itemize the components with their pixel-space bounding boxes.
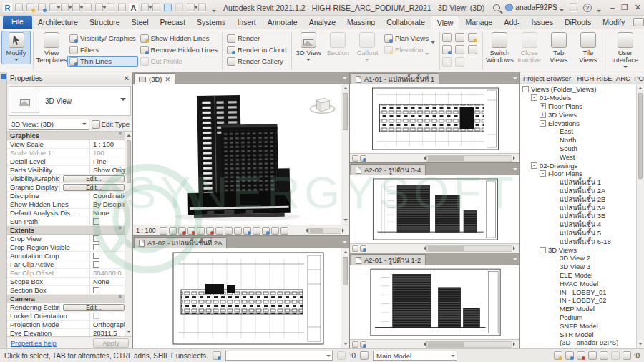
expand-toggle-icon[interactable] <box>551 221 557 228</box>
browser-tree-item[interactable]: + 3D Views <box>520 110 636 119</box>
user-menu-caret-icon[interactable] <box>560 9 564 14</box>
viewports-icon[interactable] <box>442 57 452 67</box>
render-gallery-button[interactable]: Render Gallery <box>225 56 289 67</box>
expand-toggle-icon[interactable] <box>551 280 557 287</box>
expand-toggle-icon[interactable]: - <box>522 86 529 92</box>
ribbon-tab[interactable]: Systems <box>191 16 231 29</box>
property-row[interactable]: Default Analysis Dis... None <box>7 209 125 217</box>
3d-view-button[interactable]: 3D View <box>294 31 323 64</box>
property-value[interactable]: Show Original <box>90 166 125 174</box>
browser-tree-item[interactable]: - 3D Views <box>520 245 636 254</box>
unlocked-view-icon[interactable] <box>253 227 260 235</box>
browser-tree-item[interactable]: East <box>520 127 636 136</box>
user-interface-button[interactable]: User Interface <box>608 31 643 72</box>
expand-toggle-icon[interactable] <box>551 196 557 202</box>
ribbon-tab[interactable]: Architecture <box>32 16 84 29</box>
browser-tree-item[interactable]: แปลนพื้นชั้น 6-18 <box>520 237 636 245</box>
visual-style-icon[interactable] <box>169 227 177 235</box>
open-icon[interactable] <box>26 3 35 12</box>
worksets-icon[interactable] <box>213 351 221 360</box>
signed-in-user[interactable]: anadaF92PS <box>505 4 563 11</box>
remove-hidden-lines-button[interactable]: Remove Hidden Lines <box>138 44 220 55</box>
property-row[interactable]: Show Hidden Lines By Discipline <box>7 200 125 209</box>
ribbon-tab[interactable]: Modify <box>597 16 630 29</box>
ribbon-tab[interactable]: Insert <box>231 16 261 29</box>
expand-toggle-icon[interactable] <box>551 230 557 236</box>
property-row[interactable]: Rendering Settings Edit... <box>7 303 125 312</box>
property-value[interactable] <box>93 261 99 268</box>
property-value[interactable]: None <box>90 278 125 285</box>
property-value[interactable] <box>93 218 99 225</box>
property-row[interactable]: Camera <box>7 295 125 303</box>
property-row[interactable]: Visibility/Graphics O... Edit... <box>7 175 125 183</box>
tile-views-button[interactable]: Tile Views <box>573 31 602 65</box>
switch-windows-qat-icon[interactable] <box>186 3 195 12</box>
print-icon[interactable] <box>83 3 92 12</box>
section-button[interactable]: Section <box>323 31 353 58</box>
browser-tree-item[interactable]: Podium <box>520 313 636 322</box>
ribbon-tab[interactable]: Massing & Site <box>341 16 381 29</box>
sheet-icon[interactable] <box>442 33 452 42</box>
browser-tree-item[interactable]: - Elevations <box>520 119 636 127</box>
property-row[interactable]: Parts Visibility Show Original <box>7 166 125 175</box>
tab-list-icon[interactable] <box>343 77 347 82</box>
property-row[interactable]: Projection Mode Orthographic <box>7 321 125 329</box>
ribbon-tab[interactable]: View <box>431 16 460 29</box>
ribbon-tab[interactable]: Annotate <box>262 16 303 29</box>
property-value[interactable] <box>93 287 99 293</box>
depth-cueing-icon[interactable] <box>206 227 214 235</box>
property-row[interactable]: Crop Region Visible <box>7 243 125 252</box>
browser-tree-item[interactable]: (3D - anadaF92PS) <box>520 338 636 347</box>
revit-logo-icon[interactable]: R <box>3 3 12 12</box>
property-row[interactable]: View Scale 1 : 100 <box>7 140 125 149</box>
property-value[interactable]: Edit... <box>63 184 125 191</box>
close-hidden-icon[interactable] <box>175 3 184 12</box>
properties-help-link[interactable]: Properties help <box>11 339 57 347</box>
show-hidden-lines-button[interactable]: Show Hidden Lines <box>138 33 220 44</box>
property-row[interactable]: Graphics <box>7 132 125 140</box>
expand-toggle-icon[interactable]: - <box>540 247 546 253</box>
expand-toggle-icon[interactable] <box>551 137 557 143</box>
expand-toggle-icon[interactable] <box>551 128 557 134</box>
expand-toggle-icon[interactable] <box>551 314 557 321</box>
property-row[interactable]: Extents <box>7 226 125 235</box>
matchline-icon[interactable] <box>455 45 464 54</box>
drag-elements-icon[interactable] <box>600 351 608 360</box>
property-value[interactable]: Edit... <box>63 304 125 311</box>
property-value[interactable] <box>93 235 99 242</box>
modify-button[interactable]: Modify <box>1 31 31 64</box>
browser-scrollbar[interactable] <box>636 84 644 348</box>
thin-lines-icon[interactable] <box>163 3 172 12</box>
ribbon-tab[interactable]: Collaborate <box>381 16 431 29</box>
help-menu-caret-icon[interactable] <box>597 10 601 14</box>
type-selector[interactable]: 3D View <box>9 86 131 116</box>
browser-tree-item[interactable]: 3D View 2 <box>520 254 636 263</box>
restore-button[interactable]: ❐ <box>621 3 628 12</box>
tab-list-icon[interactable] <box>513 168 517 172</box>
expand-toggle-icon[interactable]: - <box>540 170 546 177</box>
section-icon[interactable] <box>152 3 161 12</box>
photographic-exposure-icon[interactable] <box>225 227 233 235</box>
apply-button[interactable]: Apply <box>93 338 129 348</box>
tab-list-icon[interactable] <box>513 258 517 263</box>
view-a201-tab[interactable]: A2-01 - รูปด้าน 1-2 <box>351 254 426 265</box>
ribbon-tab[interactable]: DiRoots <box>559 16 597 29</box>
property-row[interactable]: Sun Path <box>7 217 125 226</box>
visual-style-icon[interactable] <box>360 245 366 252</box>
property-value[interactable]: 100 <box>90 149 125 157</box>
property-value[interactable]: 1 : 100 <box>90 140 125 148</box>
expand-toggle-icon[interactable] <box>551 212 557 219</box>
browser-tree-item[interactable]: North <box>520 136 636 145</box>
browser-tree-item[interactable]: 3D View 3 <box>520 263 636 271</box>
expand-toggle-icon[interactable] <box>551 263 557 270</box>
redo-icon[interactable] <box>72 3 81 12</box>
reveal-hidden-icon[interactable] <box>271 227 279 235</box>
browser-tree-item[interactable]: IN - LOBBY_02 <box>520 296 636 305</box>
app-store-icon[interactable] <box>569 3 578 12</box>
visual-style-icon[interactable] <box>360 341 366 348</box>
filters-button[interactable]: Filters <box>67 44 137 55</box>
visibility-graphics-button[interactable]: Visibility/ Graphics <box>67 33 137 44</box>
edit-linked-icon[interactable] <box>565 351 574 360</box>
editing-requests-icon[interactable] <box>337 351 346 360</box>
sketchy-lines-icon[interactable] <box>197 227 205 235</box>
